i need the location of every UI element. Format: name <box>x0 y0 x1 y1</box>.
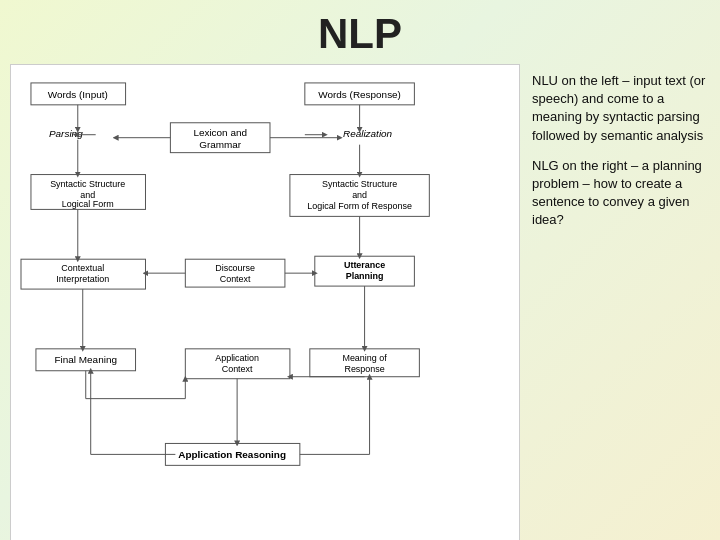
svg-text:Lexicon and: Lexicon and <box>193 127 247 138</box>
svg-text:Grammar: Grammar <box>199 139 242 150</box>
svg-text:Utterance: Utterance <box>344 260 385 270</box>
svg-text:Final Meaning: Final Meaning <box>55 354 117 365</box>
svg-text:Application: Application <box>215 353 259 363</box>
svg-text:Meaning of: Meaning of <box>342 353 387 363</box>
svg-text:Context: Context <box>222 364 253 374</box>
svg-text:Words (Input): Words (Input) <box>48 89 108 100</box>
nlp-diagram: Words (Input) Words (Response) Parsing L… <box>10 64 520 540</box>
svg-text:Response: Response <box>344 364 384 374</box>
svg-text:Discourse: Discourse <box>215 263 255 273</box>
svg-text:Logical Form: Logical Form <box>62 199 114 209</box>
nlg-description: NLG on the right – a planning problem – … <box>532 157 706 230</box>
svg-text:Planning: Planning <box>346 271 384 281</box>
main-content: Words (Input) Words (Response) Parsing L… <box>0 64 720 540</box>
svg-text:Contextual: Contextual <box>61 263 104 273</box>
svg-text:Words (Response): Words (Response) <box>318 89 401 100</box>
svg-text:Realization: Realization <box>343 128 393 139</box>
svg-text:Logical Form of Response: Logical Form of Response <box>307 201 412 211</box>
nlu-description: NLU on the left – input text (or speech)… <box>532 72 706 145</box>
svg-text:and: and <box>352 190 367 200</box>
right-text-column: NLU on the left – input text (or speech)… <box>528 64 710 540</box>
svg-text:Syntactic Structure: Syntactic Structure <box>322 179 397 189</box>
svg-text:Interpretation: Interpretation <box>56 274 109 284</box>
svg-text:Context: Context <box>220 274 251 284</box>
svg-text:Syntactic Structure: Syntactic Structure <box>50 179 125 189</box>
svg-text:Application Reasoning: Application Reasoning <box>178 449 286 460</box>
page-title: NLP <box>0 0 720 64</box>
